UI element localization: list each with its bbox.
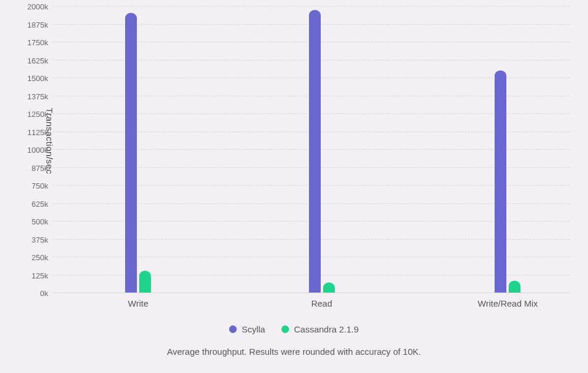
ytick-125k: 125k bbox=[18, 271, 53, 280]
chart-container: Transaction/sec 0k 125k 250k 375k 500k 6… bbox=[0, 0, 588, 373]
ytick-1500k: 1500k bbox=[18, 74, 53, 83]
ytick-250k: 250k bbox=[18, 253, 53, 262]
ytick-0k: 0k bbox=[18, 289, 53, 298]
bar-mix-scylla bbox=[495, 70, 506, 293]
ytick-625k: 625k bbox=[18, 199, 53, 208]
legend-label: Cassandra 2.1.9 bbox=[294, 324, 358, 334]
legend-item-scylla[interactable]: Scylla bbox=[229, 324, 265, 334]
ytick-1875k: 1875k bbox=[18, 20, 53, 29]
legend: Scylla Cassandra 2.1.9 bbox=[0, 324, 588, 334]
bar-mix-cassandra bbox=[509, 281, 520, 293]
ytick-1375k: 1375k bbox=[18, 92, 53, 100]
xtick-read: Read bbox=[311, 293, 332, 308]
legend-item-cassandra[interactable]: Cassandra 2.1.9 bbox=[281, 324, 358, 334]
circle-icon bbox=[281, 325, 289, 333]
bar-write-cassandra bbox=[139, 271, 151, 293]
ytick-2000k: 2000k bbox=[18, 2, 53, 11]
xtick-mix: Write/Read Mix bbox=[478, 293, 537, 308]
ytick-1625k: 1625k bbox=[18, 56, 53, 65]
xtick-write: Write bbox=[128, 293, 149, 308]
bar-read-cassandra bbox=[323, 283, 335, 293]
ytick-500k: 500k bbox=[18, 217, 53, 226]
legend-label: Scylla bbox=[241, 324, 265, 334]
ytick-750k: 750k bbox=[18, 182, 53, 190]
ytick-1000k: 1000k bbox=[18, 146, 53, 154]
ytick-1250k: 1250k bbox=[18, 110, 53, 119]
plot-area: 0k 125k 250k 375k 500k 625k 750k 875k 10… bbox=[53, 6, 570, 293]
ytick-1125k: 1125k bbox=[18, 127, 53, 136]
ytick-1750k: 1750k bbox=[18, 38, 53, 47]
bar-write-scylla bbox=[125, 13, 137, 293]
ytick-875k: 875k bbox=[18, 163, 53, 172]
circle-icon bbox=[229, 325, 237, 333]
ytick-375k: 375k bbox=[18, 235, 53, 244]
bar-read-scylla bbox=[309, 10, 321, 293]
chart-caption: Average throughput. Results were rounded… bbox=[0, 347, 588, 357]
